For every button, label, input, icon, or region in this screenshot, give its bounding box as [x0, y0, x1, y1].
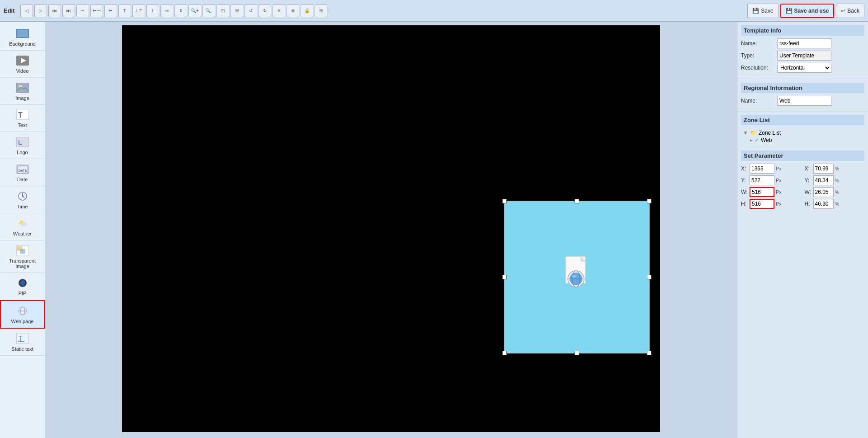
resolution-row: Resolution: Horizontal Vertical — [741, 63, 864, 73]
zoom-out-btn[interactable]: 🔍- — [203, 5, 215, 17]
handle-top-left[interactable] — [502, 199, 507, 203]
move-forward-btn[interactable]: ▷ — [34, 5, 47, 17]
zone-tree-root[interactable]: ▼ 📁 Zone List — [741, 129, 864, 137]
y-px-unit: Px — [776, 178, 784, 183]
handle-top-right[interactable] — [647, 199, 651, 203]
sidebar-item-transparent-image[interactable]: Transparent Image — [0, 240, 45, 273]
move-back-btn[interactable]: ◁ — [20, 5, 33, 17]
web-element[interactable] — [504, 201, 650, 353]
handle-top-center[interactable] — [575, 199, 579, 203]
svg-rect-4 — [16, 83, 29, 93]
y-pct-input[interactable] — [813, 175, 834, 185]
set-parameter-title: Set Parameter — [741, 151, 864, 161]
background-icon — [16, 27, 29, 40]
y-px-input[interactable] — [750, 175, 774, 185]
w-pct-input[interactable] — [813, 187, 834, 197]
h-pct-unit: % — [835, 201, 843, 207]
align-center-h-btn[interactable]: ⊢⊣ — [90, 5, 103, 17]
grid-btn[interactable]: ⊞ — [315, 5, 327, 17]
sidebar-text-label: Text — [18, 122, 27, 128]
sidebar-item-web-page[interactable]: Web page — [0, 300, 45, 329]
align-left-btn[interactable]: ⊣ — [76, 5, 89, 17]
action-buttons: 💾 Save 💾 Save and use ↩ Back — [747, 4, 864, 18]
sidebar-item-video[interactable]: Video — [0, 51, 45, 78]
svg-text:T: T — [18, 111, 23, 119]
align-middle-btn[interactable]: ⊥⊤ — [132, 5, 145, 17]
distribute-h-btn[interactable]: ⇔ — [160, 5, 173, 17]
sidebar-item-date[interactable]: DATE Date — [0, 159, 45, 186]
check-icon: ✓ — [755, 137, 759, 143]
rotate-right-btn[interactable]: ↻ — [259, 5, 271, 17]
lock-btn[interactable]: 🔒 — [301, 5, 313, 17]
handle-bottom-right[interactable] — [647, 351, 651, 355]
h-pct-row: H: % — [805, 199, 865, 209]
x-px-input[interactable] — [750, 164, 774, 174]
x-label: X: — [741, 165, 748, 172]
sidebar-item-static-text[interactable]: T Static text — [0, 329, 45, 356]
sidebar-pip-label: PIP — [19, 291, 27, 296]
handle-bottom-center[interactable] — [575, 351, 579, 355]
handle-bottom-left[interactable] — [502, 351, 507, 355]
h-px-unit: Px — [776, 201, 784, 207]
sidebar-weather-label: Weather — [13, 231, 32, 236]
rotate-left-btn[interactable]: ↺ — [245, 5, 257, 17]
x-px-row: X: Px — [741, 164, 801, 174]
sidebar-item-background[interactable]: Background — [0, 24, 45, 51]
zone-tree-child-web[interactable]: ▸ ✓ Web — [741, 137, 864, 143]
sidebar-date-label: Date — [17, 177, 28, 182]
video-icon — [16, 54, 29, 67]
sidebar-transparent-label: Transparent Image — [2, 258, 43, 269]
h-pct-input[interactable] — [813, 199, 834, 209]
date-icon: DATE — [16, 163, 29, 175]
svg-point-22 — [20, 280, 25, 286]
zone-root-label: Zone List — [759, 130, 781, 136]
y-pct-unit: % — [835, 178, 843, 183]
region-name-input[interactable] — [777, 96, 831, 106]
align-right-btn[interactable]: ⊢ — [104, 5, 117, 17]
sidebar-time-label: Time — [17, 204, 28, 209]
handle-middle-right[interactable] — [647, 275, 651, 279]
sidebar-item-weather[interactable]: Weather — [0, 213, 45, 240]
save-button[interactable]: 💾 Save — [747, 4, 778, 18]
sidebar-item-pip[interactable]: PIP — [0, 273, 45, 300]
sidebar-item-image[interactable]: Image — [0, 78, 45, 105]
save-and-use-button[interactable]: 💾 Save and use — [780, 4, 835, 18]
name-input[interactable] — [777, 38, 831, 48]
sidebar-static-text-label: Static text — [11, 346, 33, 352]
app-container: Edit ◁ ▷ ⏮ ⏭ ⊣ ⊢⊣ ⊢ ⊤ ⊥⊤ ⊥ ⇔ ⇕ 🔍+ 🔍- ⊡ ⊞… — [0, 0, 868, 438]
back-button[interactable]: ↩ Back — [836, 4, 864, 18]
text-icon: T — [16, 108, 29, 121]
sidebar-item-time[interactable]: Time — [0, 186, 45, 213]
x-px-unit: Px — [776, 166, 784, 171]
y-pct-label: Y: — [805, 177, 812, 184]
move-to-front-btn[interactable]: ⏭ — [62, 5, 75, 17]
y-label: Y: — [741, 177, 748, 184]
h-label: H: — [741, 201, 748, 207]
canvas-area[interactable] — [45, 22, 737, 438]
w-px-input[interactable] — [750, 187, 774, 197]
resolution-select[interactable]: Horizontal Vertical — [777, 63, 831, 73]
region-name-row: Name: — [741, 96, 864, 106]
x-pct-input[interactable] — [813, 164, 834, 174]
zoom-in-btn[interactable]: 🔍+ — [189, 5, 201, 17]
fit-btn[interactable]: ⊡ — [217, 5, 229, 17]
template-info-title: Template Info — [741, 25, 864, 36]
zone-list-section: Zone List ▼ 📁 Zone List ▸ ✓ Web — [737, 112, 868, 148]
toolbar-buttons: ◁ ▷ ⏮ ⏭ ⊣ ⊢⊣ ⊢ ⊤ ⊥⊤ ⊥ ⇔ ⇕ 🔍+ 🔍- ⊡ ⊞ ↺ ↻ … — [20, 5, 748, 17]
align-top-btn[interactable]: ⊤ — [118, 5, 131, 17]
sidebar-background-label: Background — [9, 41, 36, 47]
y-px-row: Y: Px — [741, 175, 801, 185]
move-to-back-btn[interactable]: ⏮ — [48, 5, 61, 17]
sidebar-item-text[interactable]: T Text — [0, 105, 45, 132]
h-px-input[interactable] — [750, 199, 774, 209]
actual-size-btn[interactable]: ⊞ — [231, 5, 243, 17]
duplicate-btn[interactable]: ⊕ — [287, 5, 299, 17]
distribute-v-btn[interactable]: ⇕ — [175, 5, 187, 17]
resolution-label: Resolution: — [741, 65, 777, 71]
name-row: Name: — [741, 38, 864, 48]
delete-btn[interactable]: ✕ — [273, 5, 285, 17]
sidebar-item-logo[interactable]: L Logo — [0, 132, 45, 159]
handle-middle-left[interactable] — [502, 275, 507, 279]
align-bottom-btn[interactable]: ⊥ — [146, 5, 159, 17]
set-parameter-section: Set Parameter X: Px X: % Y: — [737, 148, 868, 212]
